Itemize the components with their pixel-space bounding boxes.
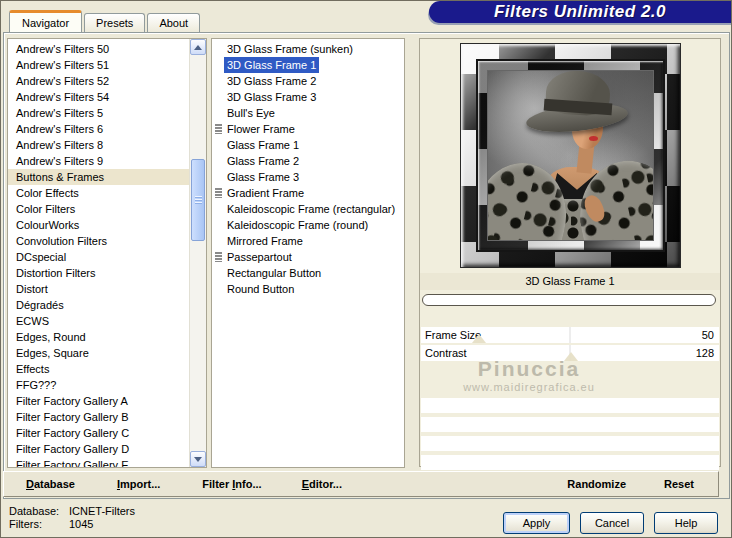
- randomize-button[interactable]: Randomize: [567, 478, 626, 490]
- filter-item[interactable]: Passepartout: [212, 249, 404, 265]
- filters-count-value: 1045: [69, 518, 135, 531]
- category-scrollbar[interactable]: [189, 39, 206, 467]
- apply-button[interactable]: Apply: [503, 512, 570, 534]
- category-item[interactable]: Effects: [8, 361, 189, 377]
- watermark-area: Pinuccia www.maidiregrafica.eu: [421, 363, 719, 398]
- category-item[interactable]: Filter Factory Gallery E: [8, 457, 189, 467]
- category-item[interactable]: Convolution Filters: [8, 233, 189, 249]
- category-item[interactable]: FFG???: [8, 377, 189, 393]
- category-item[interactable]: Andrew's Filters 6: [8, 121, 189, 137]
- action-buttons: Apply Cancel Help: [503, 512, 718, 534]
- help-button[interactable]: Help: [654, 512, 718, 534]
- category-item[interactable]: Distort: [8, 281, 189, 297]
- category-item[interactable]: Dégradés: [8, 297, 189, 313]
- scrollbar-thumb[interactable]: [191, 159, 205, 241]
- preview-photo: [487, 70, 654, 241]
- filter-item-selected[interactable]: 3D Glass Frame 1: [212, 57, 404, 73]
- watermark: Pinuccia www.maidiregrafica.eu: [439, 357, 619, 393]
- category-item[interactable]: Color Filters: [8, 201, 189, 217]
- category-list: Andrew's Filters 50 Andrew's Filters 51 …: [8, 39, 189, 467]
- chevron-down-icon: [194, 457, 202, 462]
- filters-count-label: Filters:: [9, 518, 69, 531]
- title-banner: Filters Unlimited 2.0: [429, 1, 731, 23]
- stack-icon: [215, 124, 222, 134]
- category-item[interactable]: Distortion Filters: [8, 265, 189, 281]
- app-title: Filters Unlimited 2.0: [494, 2, 666, 22]
- empty-parameter-row: [421, 417, 719, 432]
- category-item[interactable]: ECWS: [8, 313, 189, 329]
- empty-parameter-row: [421, 455, 719, 470]
- category-item[interactable]: Andrew's Filters 5: [8, 105, 189, 121]
- category-item[interactable]: Andrew's Filters 52: [8, 73, 189, 89]
- slider-marker[interactable]: [472, 334, 486, 343]
- filter-item[interactable]: 3D Glass Frame (sunken): [212, 41, 404, 57]
- cancel-button[interactable]: Cancel: [580, 512, 644, 534]
- slider-contrast[interactable]: Contrast 128: [421, 345, 719, 361]
- filter-item[interactable]: Glass Frame 1: [212, 137, 404, 153]
- category-item[interactable]: Filter Factory Gallery D: [8, 441, 189, 457]
- preview-panel: 3D Glass Frame 1 Frame Size 50 Contrast …: [419, 38, 721, 467]
- filter-item[interactable]: Gradient Frame: [212, 185, 404, 201]
- category-item[interactable]: Andrew's Filters 8: [8, 137, 189, 153]
- frame-inner-band: [476, 59, 665, 252]
- import-button[interactable]: Import...: [117, 478, 160, 490]
- database-button[interactable]: Database: [26, 478, 75, 490]
- preview-image-frame: [460, 43, 681, 268]
- progress-bar: [422, 294, 716, 306]
- toolbar-strip: Database Import... Filter Info... Editor…: [3, 471, 719, 497]
- empty-parameter-row: [421, 398, 719, 413]
- parameter-sliders: Frame Size 50 Contrast 128 Pinuccia www.…: [421, 327, 719, 474]
- filter-listbox: 3D Glass Frame (sunken) 3D Glass Frame 1…: [211, 38, 405, 468]
- slider-value: 50: [702, 327, 714, 343]
- filter-item[interactable]: Bull's Eye: [212, 105, 404, 121]
- filter-info-button[interactable]: Filter Info...: [202, 478, 261, 490]
- filters-unlimited-dialog: Filters Unlimited 2.0 Navigator Presets …: [0, 0, 732, 538]
- category-item[interactable]: Color Effects: [8, 185, 189, 201]
- filter-item[interactable]: Round Button: [212, 281, 404, 297]
- chevron-up-icon: [194, 45, 202, 50]
- slider-frame-size[interactable]: Frame Size 50: [421, 327, 719, 343]
- stack-icon: [215, 188, 222, 198]
- filter-item[interactable]: Flower Frame: [212, 121, 404, 137]
- status-area: Database: ICNET-Filters Filters: 1045: [9, 505, 135, 531]
- category-item[interactable]: Edges, Square: [8, 345, 189, 361]
- filter-item[interactable]: Kaleidoscopic Frame (rectangular): [212, 201, 404, 217]
- filter-item[interactable]: Mirrored Frame: [212, 233, 404, 249]
- category-item[interactable]: Andrew's Filters 50: [8, 41, 189, 57]
- database-status-value: ICNET-Filters: [69, 505, 135, 518]
- category-item[interactable]: Edges, Round: [8, 329, 189, 345]
- category-listbox: Andrew's Filters 50 Andrew's Filters 51 …: [7, 38, 207, 468]
- tab-strip: Navigator Presets About: [9, 10, 202, 33]
- category-item[interactable]: Filter Factory Gallery C: [8, 425, 189, 441]
- filter-item[interactable]: 3D Glass Frame 3: [212, 89, 404, 105]
- category-item[interactable]: Filter Factory Gallery A: [8, 393, 189, 409]
- scroll-up-button[interactable]: [190, 39, 206, 55]
- filter-item[interactable]: 3D Glass Frame 2: [212, 73, 404, 89]
- category-item[interactable]: DCspecial: [8, 249, 189, 265]
- category-item[interactable]: Filter Factory Gallery B: [8, 409, 189, 425]
- editor-button[interactable]: Editor...: [302, 478, 342, 490]
- category-item-selected[interactable]: Buttons & Frames: [8, 169, 189, 185]
- preview-caption: 3D Glass Frame 1: [420, 273, 720, 290]
- stack-icon: [215, 252, 222, 262]
- tab-about[interactable]: About: [147, 13, 200, 33]
- slider-marker[interactable]: [564, 352, 578, 361]
- tab-navigator[interactable]: Navigator: [9, 10, 82, 33]
- reset-button[interactable]: Reset: [664, 478, 694, 490]
- scroll-down-button[interactable]: [190, 451, 206, 467]
- photo-figure: [589, 136, 598, 141]
- filter-item[interactable]: Kaleidoscopic Frame (round): [212, 217, 404, 233]
- filter-item[interactable]: Rectangular Button: [212, 265, 404, 281]
- filter-item[interactable]: Glass Frame 2: [212, 153, 404, 169]
- category-item[interactable]: Andrew's Filters 9: [8, 153, 189, 169]
- watermark-url: www.maidiregrafica.eu: [439, 381, 619, 393]
- filter-item[interactable]: Glass Frame 3: [212, 169, 404, 185]
- slider-label: Contrast: [421, 347, 467, 359]
- category-item[interactable]: Andrew's Filters 51: [8, 57, 189, 73]
- slider-value: 128: [696, 345, 714, 361]
- empty-parameter-row: [421, 436, 719, 451]
- database-status-label: Database:: [9, 505, 69, 518]
- tab-presets[interactable]: Presets: [84, 13, 145, 33]
- category-item[interactable]: Andrew's Filters 54: [8, 89, 189, 105]
- category-item[interactable]: ColourWorks: [8, 217, 189, 233]
